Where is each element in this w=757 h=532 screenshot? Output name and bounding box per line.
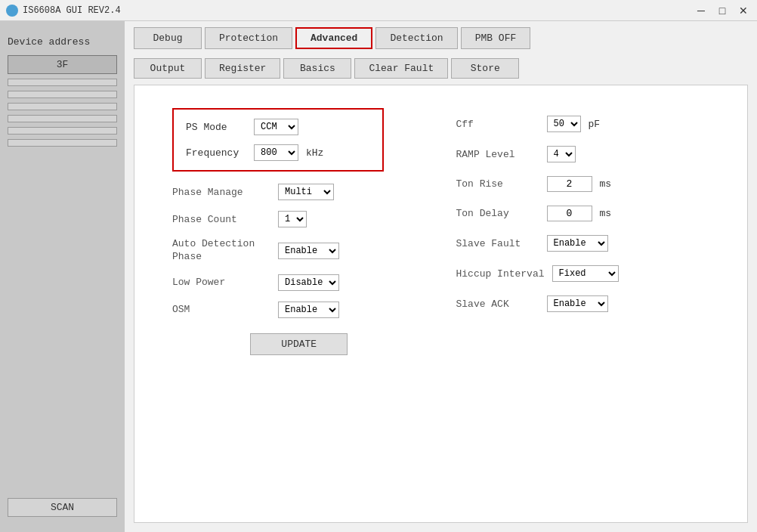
app-title: IS6608A GUI REV2.4 xyxy=(23,5,121,16)
low-power-label: Low Power xyxy=(172,277,270,288)
content-area: PS Mode CCM DCM Auto Frequency 200 xyxy=(134,85,748,523)
close-button[interactable]: ✕ xyxy=(736,3,751,18)
auto-detection-row: Auto DetectionPhase Enable Disable xyxy=(172,238,426,264)
frequency-unit: kHz xyxy=(306,147,323,159)
auto-detection-label: Auto DetectionPhase xyxy=(172,238,270,264)
main-content: Device address 3F SCAN Debug Protection … xyxy=(0,21,757,532)
ton-delay-label: Ton Delay xyxy=(456,208,539,219)
address-btn-4[interactable] xyxy=(8,103,117,110)
ps-mode-row: PS Mode CCM DCM Auto xyxy=(186,119,370,135)
maximize-button[interactable]: □ xyxy=(715,3,730,18)
ton-delay-row: Ton Delay ms xyxy=(456,206,710,221)
ps-mode-select[interactable]: CCM DCM Auto xyxy=(254,119,298,135)
slave-ack-label: Slave ACK xyxy=(456,298,539,310)
nav-protection[interactable]: Protection xyxy=(205,27,292,49)
ps-mode-label: PS Mode xyxy=(186,122,246,133)
ton-rise-input[interactable] xyxy=(547,176,592,192)
slave-ack-select[interactable]: Enable Disable xyxy=(547,295,608,312)
nav-register[interactable]: Register xyxy=(205,58,280,79)
ramp-level-select[interactable]: 1 2 3 4 5 xyxy=(547,146,576,162)
phase-count-row: Phase Count 1 2 3 4 xyxy=(172,211,426,227)
auto-detection-select[interactable]: Enable Disable xyxy=(278,243,339,259)
sidebar: Device address 3F SCAN xyxy=(0,21,125,532)
cff-select[interactable]: 10 20 30 40 50 60 xyxy=(547,116,581,132)
address-btn-3[interactable] xyxy=(8,91,117,98)
form-grid: PS Mode CCM DCM Auto Frequency 200 xyxy=(157,101,725,507)
nav-pmb-off[interactable]: PMB OFF xyxy=(461,27,531,49)
nav-row-2: Output Register Basics Clear Fault Store xyxy=(125,52,757,82)
ton-delay-input[interactable] xyxy=(547,206,592,221)
low-power-row: Low Power Enable Disable xyxy=(172,274,426,291)
frequency-row: Frequency 200 400 600 800 1000 kHz xyxy=(186,144,370,161)
cff-unit: pF xyxy=(589,119,601,130)
hiccup-interval-label: Hiccup Interval xyxy=(456,268,545,280)
window-controls: ─ □ ✕ xyxy=(694,3,751,18)
nav-store[interactable]: Store xyxy=(451,58,519,79)
slave-fault-label: Slave Fault xyxy=(456,238,539,249)
phase-manage-row: Phase Manage Single Multi xyxy=(172,184,426,200)
update-btn-container: UPDATE xyxy=(172,333,426,355)
cff-row: Cff 10 20 30 40 50 60 pF xyxy=(456,116,710,132)
frequency-label: Frequency xyxy=(186,147,246,159)
osm-row: OSM Enable Disable xyxy=(172,302,426,318)
ton-rise-row: Ton Rise ms xyxy=(456,176,710,192)
nav-row-1: Debug Protection Advanced Detection PMB … xyxy=(125,21,757,52)
phase-count-select[interactable]: 1 2 3 4 xyxy=(278,211,307,227)
slave-fault-select[interactable]: Enable Disable xyxy=(547,235,608,252)
hiccup-interval-select[interactable]: Fixed Variable xyxy=(552,265,619,282)
ramp-level-label: RAMP Level xyxy=(456,149,539,160)
address-btn-7[interactable] xyxy=(8,139,117,147)
cff-label: Cff xyxy=(456,119,539,130)
address-btn-6[interactable] xyxy=(8,127,117,135)
nav-detection[interactable]: Detection xyxy=(375,27,457,49)
nav-output[interactable]: Output xyxy=(134,58,202,79)
ton-rise-unit: ms xyxy=(600,178,612,190)
ton-delay-unit: ms xyxy=(600,208,612,219)
right-column: Cff 10 20 30 40 50 60 pF RAMP Le xyxy=(441,101,725,507)
hiccup-interval-row: Hiccup Interval Fixed Variable xyxy=(456,265,710,282)
scan-button[interactable]: SCAN xyxy=(8,498,117,517)
title-bar: IS6608A GUI REV2.4 ─ □ ✕ xyxy=(0,0,757,21)
nav-clear-fault[interactable]: Clear Fault xyxy=(354,58,448,79)
app-icon xyxy=(6,5,18,17)
nav-advanced[interactable]: Advanced xyxy=(295,27,372,49)
slave-fault-row: Slave Fault Enable Disable xyxy=(456,235,710,252)
ramp-level-row: RAMP Level 1 2 3 4 5 xyxy=(456,146,710,162)
phase-manage-select[interactable]: Single Multi xyxy=(278,184,334,200)
ton-rise-label: Ton Rise xyxy=(456,178,539,190)
low-power-select[interactable]: Enable Disable xyxy=(278,274,339,291)
right-panel: Debug Protection Advanced Detection PMB … xyxy=(125,21,757,532)
osm-label: OSM xyxy=(172,304,270,315)
minimize-button[interactable]: ─ xyxy=(694,3,709,18)
osm-select[interactable]: Enable Disable xyxy=(278,302,339,318)
left-column: PS Mode CCM DCM Auto Frequency 200 xyxy=(157,101,441,507)
slave-ack-row: Slave ACK Enable Disable xyxy=(456,295,710,312)
address-3f-button[interactable]: 3F xyxy=(8,55,117,74)
address-btn-2[interactable] xyxy=(8,79,117,86)
title-bar-left: IS6608A GUI REV2.4 xyxy=(6,5,121,17)
nav-debug[interactable]: Debug xyxy=(134,27,202,49)
nav-basics[interactable]: Basics xyxy=(283,58,351,79)
update-button[interactable]: UPDATE xyxy=(250,333,348,355)
phase-manage-label: Phase Manage xyxy=(172,187,270,198)
frequency-select[interactable]: 200 400 600 800 1000 xyxy=(254,144,298,161)
ps-frequency-group: PS Mode CCM DCM Auto Frequency 200 xyxy=(172,108,384,172)
address-btn-5[interactable] xyxy=(8,115,117,122)
phase-count-label: Phase Count xyxy=(172,214,270,225)
device-address-label: Device address xyxy=(8,36,117,48)
